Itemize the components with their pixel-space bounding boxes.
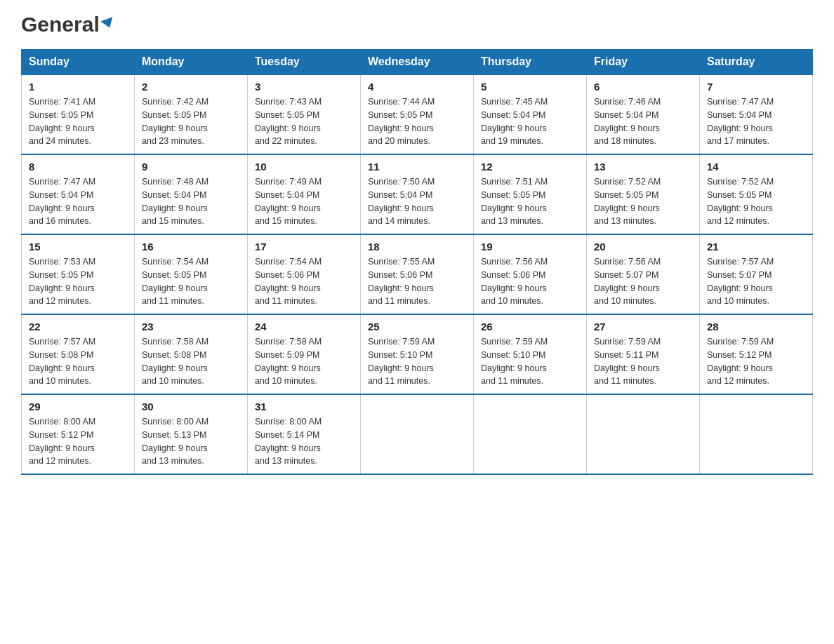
logo-text: General: [21, 14, 114, 35]
logo: General: [21, 14, 114, 35]
day-number: 2: [142, 81, 240, 93]
calendar-cell: [474, 394, 587, 474]
calendar-header-row: SundayMondayTuesdayWednesdayThursdayFrid…: [22, 50, 813, 75]
calendar-week-row: 1 Sunrise: 7:41 AM Sunset: 5:05 PM Dayli…: [22, 74, 813, 154]
day-number: 5: [481, 81, 579, 93]
calendar-cell: 17 Sunrise: 7:54 AM Sunset: 5:06 PM Dayl…: [248, 234, 361, 314]
day-info: Sunrise: 7:55 AM Sunset: 5:06 PM Dayligh…: [368, 255, 466, 308]
day-number: 21: [707, 241, 805, 253]
day-info: Sunrise: 7:52 AM Sunset: 5:05 PM Dayligh…: [594, 175, 692, 228]
calendar-cell: 12 Sunrise: 7:51 AM Sunset: 5:05 PM Dayl…: [474, 154, 587, 234]
day-info: Sunrise: 7:59 AM Sunset: 5:11 PM Dayligh…: [594, 335, 692, 388]
calendar-cell: 2 Sunrise: 7:42 AM Sunset: 5:05 PM Dayli…: [135, 74, 248, 154]
day-number: 15: [29, 241, 127, 253]
calendar-cell: 22 Sunrise: 7:57 AM Sunset: 5:08 PM Dayl…: [22, 314, 135, 394]
logo-arrow-icon: [100, 17, 115, 29]
day-number: 1: [29, 81, 127, 93]
calendar-cell: 4 Sunrise: 7:44 AM Sunset: 5:05 PM Dayli…: [361, 74, 474, 154]
day-info: Sunrise: 8:00 AM Sunset: 5:12 PM Dayligh…: [29, 415, 127, 468]
calendar-cell: 27 Sunrise: 7:59 AM Sunset: 5:11 PM Dayl…: [587, 314, 700, 394]
page-header: General: [21, 14, 813, 35]
day-info: Sunrise: 7:44 AM Sunset: 5:05 PM Dayligh…: [368, 95, 466, 148]
calendar-cell: 15 Sunrise: 7:53 AM Sunset: 5:05 PM Dayl…: [22, 234, 135, 314]
day-number: 17: [255, 241, 353, 253]
day-number: 11: [368, 161, 466, 173]
calendar-cell: 5 Sunrise: 7:45 AM Sunset: 5:04 PM Dayli…: [474, 74, 587, 154]
day-info: Sunrise: 7:57 AM Sunset: 5:08 PM Dayligh…: [29, 335, 127, 388]
day-info: Sunrise: 7:47 AM Sunset: 5:04 PM Dayligh…: [707, 95, 805, 148]
day-number: 8: [29, 161, 127, 173]
day-number: 29: [29, 401, 127, 412]
day-number: 6: [594, 81, 692, 93]
calendar-cell: 23 Sunrise: 7:58 AM Sunset: 5:08 PM Dayl…: [135, 314, 248, 394]
day-number: 13: [594, 161, 692, 173]
day-info: Sunrise: 7:48 AM Sunset: 5:04 PM Dayligh…: [142, 175, 240, 228]
day-number: 19: [481, 241, 579, 253]
day-info: Sunrise: 7:52 AM Sunset: 5:05 PM Dayligh…: [707, 175, 805, 228]
day-info: Sunrise: 7:59 AM Sunset: 5:10 PM Dayligh…: [481, 335, 579, 388]
calendar-week-row: 8 Sunrise: 7:47 AM Sunset: 5:04 PM Dayli…: [22, 154, 813, 234]
calendar-cell: 31 Sunrise: 8:00 AM Sunset: 5:14 PM Dayl…: [248, 394, 361, 474]
calendar-cell: 16 Sunrise: 7:54 AM Sunset: 5:05 PM Dayl…: [135, 234, 248, 314]
day-number: 31: [255, 401, 353, 412]
calendar-week-row: 15 Sunrise: 7:53 AM Sunset: 5:05 PM Dayl…: [22, 234, 813, 314]
calendar-week-row: 29 Sunrise: 8:00 AM Sunset: 5:12 PM Dayl…: [22, 394, 813, 474]
calendar-cell: 8 Sunrise: 7:47 AM Sunset: 5:04 PM Dayli…: [22, 154, 135, 234]
calendar-table: SundayMondayTuesdayWednesdayThursdayFrid…: [21, 49, 813, 475]
day-number: 7: [707, 81, 805, 93]
day-info: Sunrise: 7:59 AM Sunset: 5:10 PM Dayligh…: [368, 335, 466, 388]
calendar-cell: [361, 394, 474, 474]
day-number: 14: [707, 161, 805, 173]
day-info: Sunrise: 7:47 AM Sunset: 5:04 PM Dayligh…: [29, 175, 127, 228]
day-number: 10: [255, 161, 353, 173]
calendar-cell: 26 Sunrise: 7:59 AM Sunset: 5:10 PM Dayl…: [474, 314, 587, 394]
column-header-tuesday: Tuesday: [248, 50, 361, 75]
day-number: 12: [481, 161, 579, 173]
calendar-cell: 7 Sunrise: 7:47 AM Sunset: 5:04 PM Dayli…: [700, 74, 813, 154]
day-number: 3: [255, 81, 353, 93]
calendar-cell: [700, 394, 813, 474]
day-info: Sunrise: 7:54 AM Sunset: 5:06 PM Dayligh…: [255, 255, 353, 308]
day-number: 18: [368, 241, 466, 253]
day-info: Sunrise: 7:58 AM Sunset: 5:09 PM Dayligh…: [255, 335, 353, 388]
day-number: 30: [142, 401, 240, 412]
column-header-monday: Monday: [135, 50, 248, 75]
day-info: Sunrise: 7:56 AM Sunset: 5:07 PM Dayligh…: [594, 255, 692, 308]
column-header-friday: Friday: [587, 50, 700, 75]
day-info: Sunrise: 7:46 AM Sunset: 5:04 PM Dayligh…: [594, 95, 692, 148]
calendar-week-row: 22 Sunrise: 7:57 AM Sunset: 5:08 PM Dayl…: [22, 314, 813, 394]
calendar-cell: 6 Sunrise: 7:46 AM Sunset: 5:04 PM Dayli…: [587, 74, 700, 154]
calendar-cell: 11 Sunrise: 7:50 AM Sunset: 5:04 PM Dayl…: [361, 154, 474, 234]
day-number: 24: [255, 321, 353, 333]
day-info: Sunrise: 7:54 AM Sunset: 5:05 PM Dayligh…: [142, 255, 240, 308]
day-info: Sunrise: 7:41 AM Sunset: 5:05 PM Dayligh…: [29, 95, 127, 148]
calendar-cell: 14 Sunrise: 7:52 AM Sunset: 5:05 PM Dayl…: [700, 154, 813, 234]
day-info: Sunrise: 7:49 AM Sunset: 5:04 PM Dayligh…: [255, 175, 353, 228]
day-info: Sunrise: 7:57 AM Sunset: 5:07 PM Dayligh…: [707, 255, 805, 308]
calendar-cell: 21 Sunrise: 7:57 AM Sunset: 5:07 PM Dayl…: [700, 234, 813, 314]
calendar-cell: 20 Sunrise: 7:56 AM Sunset: 5:07 PM Dayl…: [587, 234, 700, 314]
column-header-wednesday: Wednesday: [361, 50, 474, 75]
logo-general: General: [21, 14, 100, 35]
day-info: Sunrise: 7:42 AM Sunset: 5:05 PM Dayligh…: [142, 95, 240, 148]
calendar-cell: 18 Sunrise: 7:55 AM Sunset: 5:06 PM Dayl…: [361, 234, 474, 314]
day-number: 26: [481, 321, 579, 333]
day-number: 27: [594, 321, 692, 333]
calendar-cell: 3 Sunrise: 7:43 AM Sunset: 5:05 PM Dayli…: [248, 74, 361, 154]
day-number: 28: [707, 321, 805, 333]
day-info: Sunrise: 7:51 AM Sunset: 5:05 PM Dayligh…: [481, 175, 579, 228]
calendar-cell: 19 Sunrise: 7:56 AM Sunset: 5:06 PM Dayl…: [474, 234, 587, 314]
day-number: 23: [142, 321, 240, 333]
calendar-cell: [587, 394, 700, 474]
day-number: 25: [368, 321, 466, 333]
calendar-cell: 28 Sunrise: 7:59 AM Sunset: 5:12 PM Dayl…: [700, 314, 813, 394]
calendar-cell: 24 Sunrise: 7:58 AM Sunset: 5:09 PM Dayl…: [248, 314, 361, 394]
calendar-cell: 30 Sunrise: 8:00 AM Sunset: 5:13 PM Dayl…: [135, 394, 248, 474]
calendar-cell: 10 Sunrise: 7:49 AM Sunset: 5:04 PM Dayl…: [248, 154, 361, 234]
column-header-sunday: Sunday: [22, 50, 135, 75]
day-info: Sunrise: 7:53 AM Sunset: 5:05 PM Dayligh…: [29, 255, 127, 308]
day-info: Sunrise: 7:56 AM Sunset: 5:06 PM Dayligh…: [481, 255, 579, 308]
day-info: Sunrise: 7:59 AM Sunset: 5:12 PM Dayligh…: [707, 335, 805, 388]
column-header-thursday: Thursday: [474, 50, 587, 75]
day-info: Sunrise: 8:00 AM Sunset: 5:13 PM Dayligh…: [142, 415, 240, 468]
